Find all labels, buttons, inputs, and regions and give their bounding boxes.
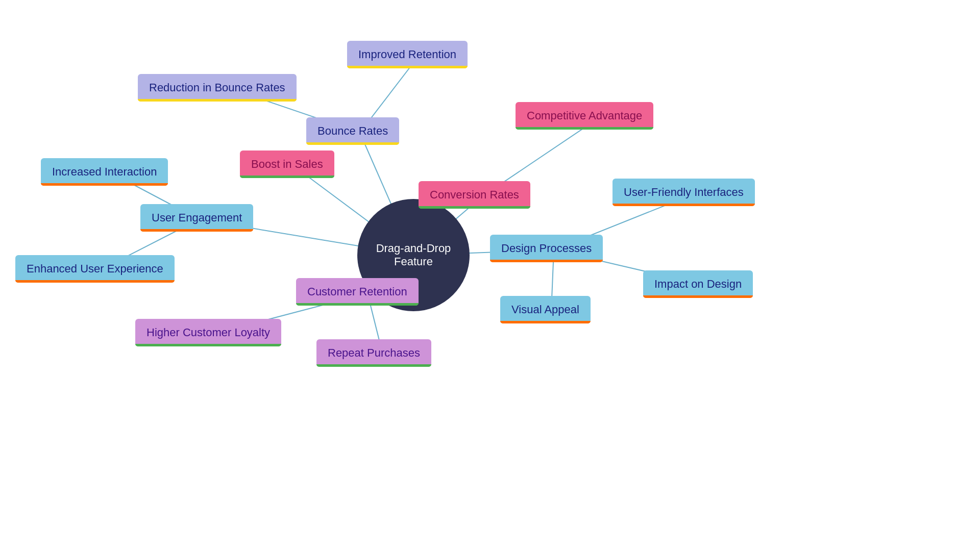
node-customer-retention: Customer Retention <box>296 278 419 306</box>
node-user-friendly: User-Friendly Interfaces <box>612 179 755 206</box>
node-impact-design: Impact on Design <box>643 270 753 298</box>
node-higher-loyalty: Higher Customer Loyalty <box>135 319 281 346</box>
node-repeat-purchases: Repeat Purchases <box>316 339 431 367</box>
node-enhanced-ux: Enhanced User Experience <box>15 255 175 283</box>
node-conversion-rates: Conversion Rates <box>419 181 530 209</box>
node-improved-retention: Improved Retention <box>347 41 468 68</box>
node-user-engagement: User Engagement <box>140 204 253 232</box>
node-reduction-bounce: Reduction in Bounce Rates <box>138 74 297 102</box>
node-bounce-rates: Bounce Rates <box>306 117 399 145</box>
node-design-processes: Design Processes <box>490 235 603 262</box>
node-increased-interaction: Increased Interaction <box>41 158 168 186</box>
node-boost-sales: Boost in Sales <box>240 151 334 178</box>
node-competitive-advantage: Competitive Advantage <box>516 102 653 130</box>
node-visual-appeal: Visual Appeal <box>500 296 591 323</box>
